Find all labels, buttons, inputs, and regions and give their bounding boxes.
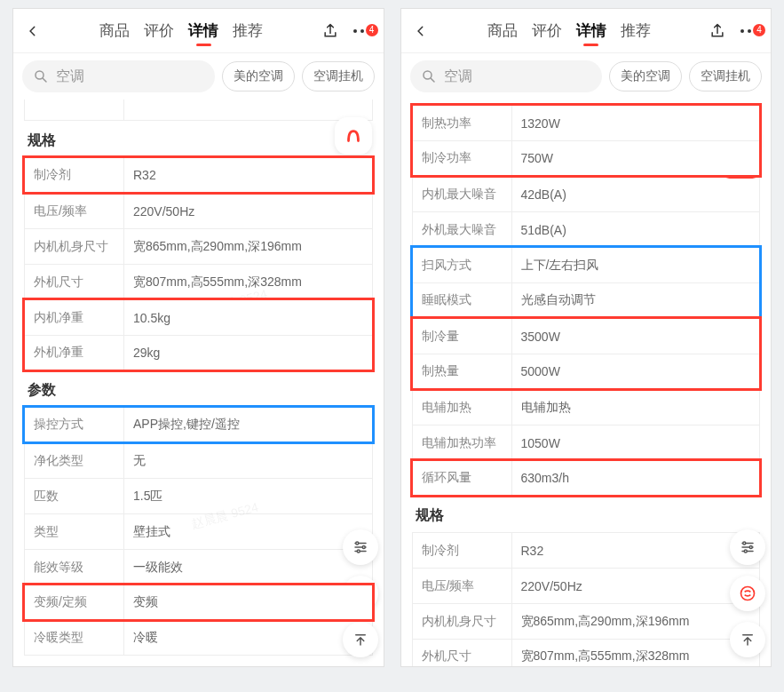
row-value: 变频	[124, 585, 372, 619]
table-row: 内机最大噪音42dB(A)	[412, 176, 761, 211]
more-button[interactable]: 4	[737, 28, 762, 35]
row-label: 电辅加热	[413, 390, 512, 425]
row-label: 变频/定频	[25, 585, 124, 619]
row-value: 51dB(A)	[512, 212, 760, 247]
row-value: APP操控,键控/遥控	[124, 408, 372, 441]
search-row: 空调 美的空调 空调挂机	[13, 53, 384, 99]
table-row: 类型壁挂式	[24, 513, 373, 549]
row-value: R32	[512, 533, 760, 568]
row-value: 10.5kg	[124, 300, 372, 335]
nav-tabs: 商品 评价 详情 推荐	[440, 20, 699, 41]
tab-review[interactable]: 评价	[532, 20, 562, 41]
top-nav: 商品 评价 详情 推荐 4	[401, 9, 772, 53]
row-label: 操控方式	[25, 408, 124, 441]
search-placeholder: 空调	[56, 68, 84, 86]
highlight-inverter: 变频/定频变频	[24, 585, 373, 620]
highlight-swing-sleep: 扫风方式上下/左右扫风 睡眠模式光感自动调节	[412, 247, 761, 318]
table-row: 电压/频率220V/50Hz	[24, 193, 373, 228]
share-button[interactable]	[707, 22, 728, 40]
tab-product[interactable]: 商品	[99, 20, 130, 41]
section-spec-title: 规格	[412, 496, 761, 532]
row-label: 电辅加热功率	[413, 426, 512, 460]
back-button[interactable]	[22, 20, 44, 42]
row-value: 无	[124, 443, 372, 478]
table-row: 外机最大噪音51dB(A)	[412, 211, 761, 247]
tab-detail[interactable]: 详情	[576, 20, 606, 41]
svg-point-5	[362, 546, 365, 549]
highlight-airflow: 循环风量630m3/h	[412, 460, 761, 496]
share-button[interactable]	[320, 22, 341, 40]
row-value: 宽865mm,高290mm,深196mm	[512, 604, 760, 639]
svg-point-6	[357, 550, 360, 553]
share-icon	[321, 22, 339, 40]
table-row: 能效等级一级能效	[24, 549, 373, 585]
svg-point-12	[743, 542, 746, 545]
row-value: 冷暖	[124, 621, 372, 655]
section-spec-title: 规格	[24, 121, 373, 157]
nav-tabs: 商品 评价 详情 推荐	[52, 20, 311, 41]
more-button[interactable]: 4	[350, 28, 375, 35]
sliders-icon	[352, 539, 368, 555]
row-value: 42dB(A)	[512, 177, 760, 211]
coupon-button[interactable]	[730, 576, 765, 611]
chip-type[interactable]: 空调挂机	[689, 61, 762, 91]
row-label: 内机净重	[25, 300, 124, 335]
top-nav: 商品 评价 详情 推荐 4	[13, 9, 384, 53]
coupon-icon	[739, 585, 756, 602]
row-value: 上下/左右扫风	[512, 248, 760, 282]
search-icon	[33, 68, 49, 84]
row-label: 内机机身尺寸	[25, 229, 124, 264]
svg-point-11	[424, 71, 432, 79]
table-row: 电辅加热功率1050W	[412, 425, 761, 460]
svg-point-15	[741, 587, 755, 601]
row-label: 外机净重	[25, 336, 124, 370]
tab-product[interactable]: 商品	[487, 20, 518, 41]
notification-badge: 4	[753, 24, 765, 36]
tab-recommend[interactable]: 推荐	[233, 20, 263, 41]
table-row: 冷暖类型冷暖	[24, 620, 373, 656]
spec-content: 直播中 规格 制冷剂R32 电压/频率220V/50Hz 内机机身尺寸宽865m…	[13, 99, 384, 666]
chip-brand[interactable]: 美的空调	[609, 61, 682, 91]
float-actions	[730, 529, 765, 657]
filter-button[interactable]	[343, 529, 378, 565]
back-button[interactable]	[410, 20, 432, 42]
search-input[interactable]: 空调	[410, 60, 603, 92]
scroll-top-button[interactable]	[343, 622, 378, 657]
row-label: 冷暖类型	[25, 621, 124, 655]
highlight-weight: 内机净重10.5kg 外机净重29kg	[24, 299, 373, 370]
row-label: 能效等级	[25, 550, 124, 585]
row-label: 制冷剂	[25, 158, 124, 192]
filter-button[interactable]	[730, 529, 765, 565]
row-label: 制冷功率	[413, 141, 512, 175]
highlight-capacity: 制冷量3500W 制热量5000W	[412, 318, 761, 389]
row-label: 内机机身尺寸	[413, 604, 512, 639]
table-row: 匹数1.5匹	[24, 478, 373, 513]
table-row: 电辅加热电辅加热	[412, 389, 761, 425]
row-value: 1050W	[512, 426, 760, 460]
chip-brand[interactable]: 美的空调	[222, 61, 295, 91]
search-row: 空调 美的空调 空调挂机	[401, 53, 772, 99]
tab-recommend[interactable]: 推荐	[621, 20, 651, 41]
row-value: 750W	[512, 141, 760, 175]
svg-point-3	[36, 71, 44, 79]
row-value: 宽807mm,高555mm,深328mm	[512, 640, 760, 666]
row-value: 光感自动调节	[512, 283, 760, 317]
row-label: 外机尺寸	[25, 265, 124, 299]
row-value: 5000W	[512, 354, 760, 388]
row-value: 29kg	[124, 336, 372, 370]
svg-point-14	[744, 550, 747, 553]
row-value: 3500W	[512, 319, 760, 354]
svg-point-0	[353, 29, 357, 33]
search-input[interactable]: 空调	[22, 60, 215, 92]
scroll-top-button[interactable]	[730, 622, 765, 657]
tab-detail[interactable]: 详情	[188, 20, 218, 41]
svg-point-8	[740, 29, 744, 33]
row-value: 220V/50Hz	[124, 194, 372, 228]
row-label: 循环风量	[413, 461, 512, 495]
svg-point-1	[360, 29, 364, 33]
tab-review[interactable]: 评价	[144, 20, 174, 41]
svg-point-9	[748, 29, 751, 33]
chip-type[interactable]: 空调挂机	[302, 61, 375, 91]
arrow-top-icon	[352, 632, 368, 648]
arrow-top-icon	[740, 632, 756, 648]
